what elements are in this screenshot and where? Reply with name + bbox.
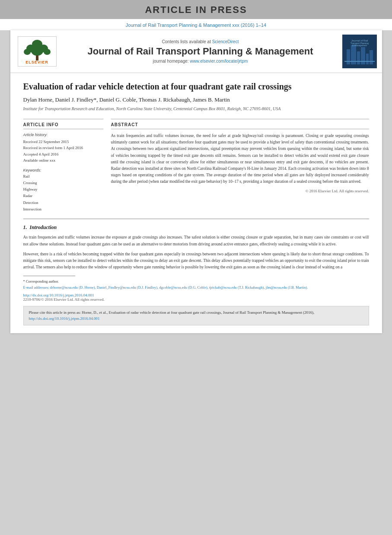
article-info-abstract-row: ARTICLE INFO Article history: Received 2… xyxy=(23,119,369,213)
copyright-line: © 2016 Elsevier Ltd. All rights reserved… xyxy=(111,189,369,193)
article-info-heading: ARTICLE INFO xyxy=(23,122,59,127)
section-title-text: Introduction xyxy=(30,224,57,230)
article-in-press-label: ARTICLE IN PRESS xyxy=(145,4,247,15)
svg-rect-13 xyxy=(370,50,373,64)
keyword-rail: Rail xyxy=(23,173,103,180)
journal-cover-icon: Journal of Rail Transport Planning & Man… xyxy=(344,36,375,67)
email-martin[interactable]: jlm@ncsu.edu xyxy=(266,285,287,290)
svg-rect-4 xyxy=(36,55,38,61)
keyword-intersection: Intersection xyxy=(23,206,103,213)
sciencedirect-line: Contents lists available at ScienceDirec… xyxy=(162,39,239,44)
doi-link[interactable]: http://dx.doi.org/10.1016/j.jrtpm.2016.0… xyxy=(23,293,94,297)
article-authors: Dylan Horne, Daniel J. Findley*, Daniel … xyxy=(23,96,369,103)
journal-header: ELSEVIER Contents lists available at Sci… xyxy=(10,30,382,73)
svg-point-6 xyxy=(44,49,51,55)
intro-para2: However, there is a risk of vehicles bec… xyxy=(23,251,369,271)
keyword-detection: Detection xyxy=(23,200,103,206)
svg-rect-12 xyxy=(366,54,369,64)
journal-title: Journal of Rail Transport Planning & Man… xyxy=(88,46,313,57)
abstract-text: As train frequencies and traffic volumes… xyxy=(111,133,369,185)
footnote-divider xyxy=(23,276,75,276)
article-history-label: Article history: xyxy=(23,133,103,137)
elsevier-logo: ELSEVIER xyxy=(18,36,57,67)
section-number: 1. xyxy=(23,224,27,230)
svg-rect-8 xyxy=(347,49,350,64)
abstract-heading-box: ABSTRACT xyxy=(111,119,369,129)
corresponding-author-note: * Corresponding author. xyxy=(23,279,369,285)
keyword-radar: Radar xyxy=(23,193,103,199)
email-addresses: E-mail addresses: drhorne@ncsu.edu (D. H… xyxy=(23,285,369,291)
journal-ref-bar: Journal of Rail Transport Planning & Man… xyxy=(0,19,392,30)
keyword-highway: Highway xyxy=(23,186,103,193)
elsevier-logo-container: ELSEVIER xyxy=(16,35,59,68)
homepage-url[interactable]: www.elsevier.com/locate/jrtpm xyxy=(190,59,248,64)
keyword-crossing: Crossing xyxy=(23,180,103,186)
corresponding-label: * Corresponding author. xyxy=(23,279,59,283)
received-date: Received 22 September 2015 Received in r… xyxy=(23,139,103,164)
journal-center-info: Contents lists available at ScienceDirec… xyxy=(63,35,338,68)
citation-text: Please cite this article in press as: Ho… xyxy=(29,310,363,322)
authors-text: Dylan Horne, Daniel J. Findley*, Daniel … xyxy=(23,96,230,103)
journal-ref-link[interactable]: Journal of Rail Transport Planning & Man… xyxy=(126,22,266,28)
person-horne: (D. Horne), xyxy=(79,285,97,290)
keyword-list: Rail Crossing Highway Radar Detection In… xyxy=(23,173,103,213)
svg-point-5 xyxy=(24,49,31,55)
introduction-heading: 1. Introduction xyxy=(23,224,369,231)
person-martin: (J.B. Martin). xyxy=(288,285,308,290)
email-rickabaugh[interactable]: tjrickab@ncsu.edu xyxy=(209,285,237,290)
doi-line: http://dx.doi.org/10.1016/j.jrtpm.2016.0… xyxy=(23,293,369,297)
article-title: Evaluation of radar vehicle detection at… xyxy=(23,81,369,92)
citation-box: Please cite this article in press as: Ho… xyxy=(23,306,369,325)
homepage-label: journal homepage: xyxy=(153,59,189,64)
article-body: Evaluation of radar vehicle detection at… xyxy=(10,73,382,333)
page-content: ELSEVIER Contents lists available at Sci… xyxy=(10,30,382,333)
email-coble[interactable]: dgcoble@ncsu.edu xyxy=(159,285,187,290)
contents-available-text: Contents lists available at xyxy=(162,39,211,44)
journal-logo-right: Journal of Rail Transport Planning & Man… xyxy=(342,35,377,68)
sciencedirect-link[interactable]: ScienceDirect xyxy=(212,39,239,44)
person-rickabaugh: (T.J. Rickabaugh), xyxy=(238,285,266,290)
svg-rect-10 xyxy=(357,51,360,64)
issn-line: 2210-9706/© 2016 Elsevier Ltd. All right… xyxy=(23,297,369,302)
article-affiliation: Institute for Transportation Research an… xyxy=(23,106,369,112)
email-label: E-mail addresses: xyxy=(23,285,49,290)
person-findley: (D.J. Findley), xyxy=(137,285,159,290)
citation-label: Please cite this article in press as: Ho… xyxy=(29,310,315,315)
elsevier-tree-icon xyxy=(22,39,52,63)
email-findley[interactable]: Daniel_Findley@ncsu.edu xyxy=(97,285,136,290)
person-coble: (D.G. Coble), xyxy=(188,285,209,290)
intro-para1: As train frequencies and traffic volumes… xyxy=(23,234,369,247)
keywords-label: Keywords: xyxy=(23,168,103,172)
article-info-heading-box: ARTICLE INFO xyxy=(23,119,103,129)
article-info-column: ARTICLE INFO Article history: Received 2… xyxy=(23,119,103,213)
citation-doi-link[interactable]: http://dx.doi.org/10.1016/j.jrtpm.2016.0… xyxy=(29,316,100,321)
article-in-press-bar: ARTICLE IN PRESS xyxy=(0,0,392,19)
abstract-column: ABSTRACT As train frequencies and traffi… xyxy=(111,119,369,213)
section-divider xyxy=(23,219,369,219)
svg-point-3 xyxy=(31,46,43,56)
svg-text:& Management: & Management xyxy=(352,44,367,47)
email-horne[interactable]: drhorne@ncsu.edu xyxy=(50,285,78,290)
abstract-heading: ABSTRACT xyxy=(111,122,138,127)
journal-homepage: journal homepage: www.elsevier.com/locat… xyxy=(153,59,248,64)
